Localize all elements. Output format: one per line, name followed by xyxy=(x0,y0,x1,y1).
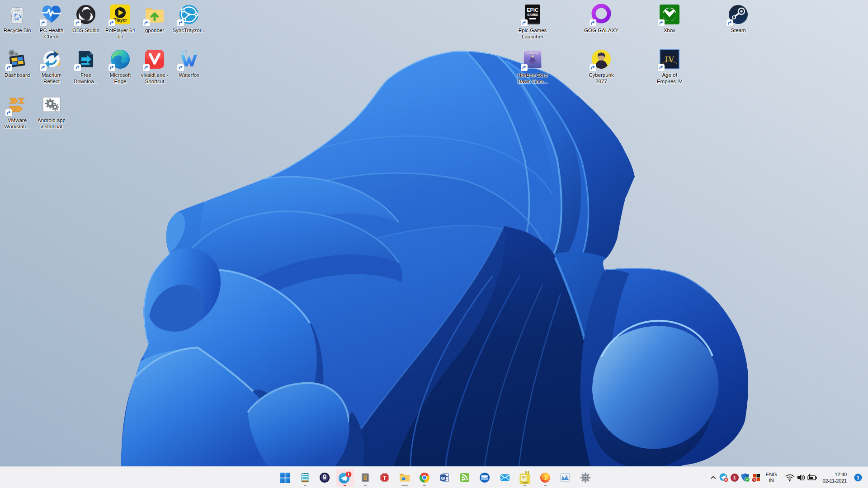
svg-text:5: 5 xyxy=(725,478,727,482)
svg-text:Player: Player xyxy=(113,18,127,23)
svg-text:GAMES: GAMES xyxy=(527,13,538,16)
svg-text:IV: IV xyxy=(665,55,674,64)
svg-text:EPIC: EPIC xyxy=(527,7,538,13)
svg-text:W: W xyxy=(441,476,445,481)
svg-text:T: T xyxy=(383,475,387,481)
svg-text:Paper: Paper xyxy=(522,481,528,484)
svg-text:1: 1 xyxy=(733,474,736,480)
svg-text:1: 1 xyxy=(857,475,859,480)
svg-text:Horizon: Horizon xyxy=(527,52,538,55)
svg-text:1: 1 xyxy=(753,478,755,482)
